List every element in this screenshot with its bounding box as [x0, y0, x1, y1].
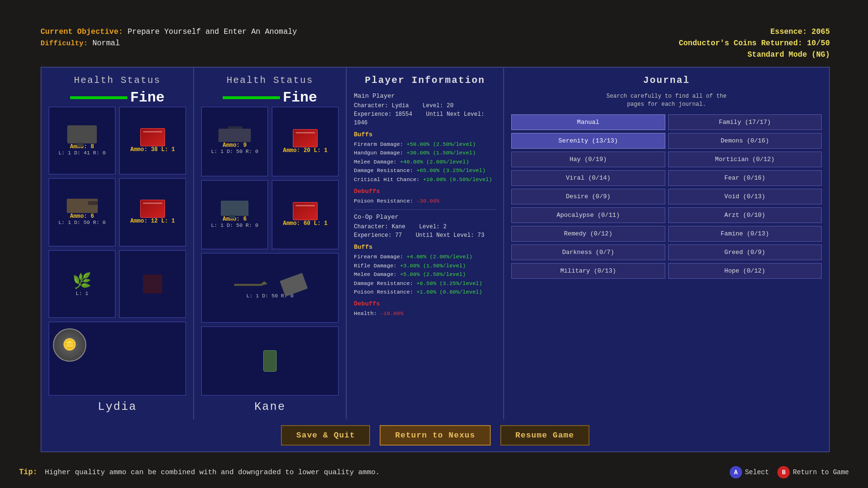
- lydia-panel: Health Status Fine Ammo: 8 L: 1 D: 41 R:…: [41, 68, 194, 420]
- kane-slot-rifle: Ammo: 9 L: 1 D: 50 R: 0: [201, 107, 268, 176]
- tip-area: Tip: Higher quality ammo can be combined…: [19, 468, 380, 477]
- journal-btn-famine[interactable]: Famine (0/13): [668, 226, 822, 242]
- journal-title: Journal: [511, 75, 822, 86]
- kane-items: Ammo: 9 L: 1 D: 50 R: 0 Ammo: 20 L: 1 Am…: [201, 107, 339, 396]
- co-debuffs-header: Debuffs: [354, 300, 496, 307]
- essence-value: 2065: [812, 28, 830, 36]
- journal-btn-void[interactable]: Void (0/13): [668, 189, 822, 204]
- lydia-slot-shotgun: Ammo: 6 L: 1 D: 50 R: 0: [49, 178, 115, 246]
- objective-label: Current Objective:: [41, 28, 123, 36]
- journal-btn-family[interactable]: Family (17/17): [668, 114, 822, 130]
- kane-ammo1-label: Ammo: 20 L: 1: [283, 147, 328, 154]
- player-info-panel: Player Information Main Player Character…: [347, 68, 504, 420]
- kane-slot-knife: L: 1 D: 50 R: 0: [201, 253, 339, 323]
- kane-health-status: Fine: [283, 90, 317, 106]
- lydia-health-bar: Fine: [70, 90, 165, 106]
- kane-ammo2-label: Ammo: 60 L: 1: [283, 220, 328, 227]
- journal-btn-military[interactable]: Military (0/13): [511, 263, 665, 279]
- kane-slot-smg: Ammo: 6 L: 1 D: 50 R: 0: [201, 180, 268, 250]
- lydia-slot-misc: [119, 250, 186, 318]
- kane-smg-stats: L: 1 D: 50 R: 0: [211, 223, 258, 228]
- lydia-pistol-stats: L: 1 D: 41 R: 0: [58, 150, 105, 156]
- main-panel: Health Status Fine Ammo: 8 L: 1 D: 41 R:…: [41, 67, 830, 421]
- co-player-header: Co-Op Player: [354, 214, 496, 221]
- lydia-shotgun-stats: L: 1 D: 50 R: 0: [58, 220, 105, 225]
- objective-text: Prepare Yourself and Enter An Anomaly: [127, 28, 297, 36]
- main-char-line: Character: Lydia Level: 20: [354, 102, 496, 110]
- lydia-ammo1-label: Ammo: 38 L: 1: [130, 146, 175, 153]
- tip-bar: Tip: Higher quality ammo can be combined…: [0, 466, 868, 478]
- journal-btn-apocalypse[interactable]: Apocalypse (0/11): [511, 207, 665, 223]
- kane-slot-tool: [201, 326, 339, 396]
- a-button-icon: A: [730, 466, 742, 478]
- journal-btn-desire[interactable]: Desire (0/9): [511, 189, 665, 204]
- kane-slot-ammo2: Ammo: 60 L: 1: [272, 180, 339, 250]
- journal-btn-arzt[interactable]: Arzt (0/10): [668, 207, 822, 223]
- select-control: A Select: [730, 466, 769, 478]
- journal-btn-darkness[interactable]: Darkness (0/7): [511, 244, 665, 260]
- journal-btn-viral[interactable]: Viral (0/14): [511, 170, 665, 186]
- tip-label: Tip:: [19, 468, 37, 477]
- save-quit-button[interactable]: Save & Quit: [281, 425, 370, 446]
- kane-health-bar: Fine: [223, 90, 317, 106]
- kane-slot-ammo1: Ammo: 20 L: 1: [272, 107, 339, 176]
- kane-health-title: Health Status: [227, 75, 313, 86]
- journal-btn-remedy[interactable]: Remedy (0/12): [511, 226, 665, 242]
- lydia-slot-coin: 🪙: [49, 322, 186, 396]
- back-label: Return to Game: [793, 468, 849, 476]
- lydia-slot-ammo1: Ammo: 38 L: 1: [119, 107, 186, 174]
- top-left-hud: Current Objective: Prepare Yourself and …: [41, 26, 297, 50]
- journal-btn-fear[interactable]: Fear (0/16): [668, 170, 822, 186]
- essence-label: Essence:: [770, 28, 807, 36]
- co-buffs-header: Buffs: [354, 244, 496, 251]
- main-buffs-header: Buffs: [354, 131, 496, 138]
- journal-btn-hope[interactable]: Hope (0/12): [668, 263, 822, 279]
- main-player-header: Main Player: [354, 92, 496, 100]
- mode-label: Standard Mode (NG): [747, 51, 830, 59]
- lydia-name: Lydia: [98, 400, 137, 413]
- kane-panel: Health Status Fine Ammo: 9 L: 1 D: 50 R:…: [194, 68, 347, 420]
- bottom-action-bar: Save & Quit Return to Nexus Resume Game: [41, 419, 830, 452]
- journal-description: Search carefully to find all of thepages…: [511, 92, 822, 109]
- b-button-icon: B: [777, 466, 790, 478]
- lydia-ammo2-label: Ammo: 12 L: 1: [130, 218, 175, 224]
- return-nexus-button[interactable]: Return to Nexus: [380, 425, 490, 446]
- select-label: Select: [745, 468, 769, 476]
- lydia-health-title: Health Status: [74, 75, 161, 86]
- back-control: B Return to Game: [777, 466, 849, 478]
- difficulty-value: Normal: [93, 39, 120, 48]
- player-info-title: Player Information: [354, 75, 496, 86]
- lydia-coin: 🪙: [53, 328, 86, 362]
- lydia-items: Ammo: 8 L: 1 D: 41 R: 0 Ammo: 38 L: 1 Am…: [49, 107, 186, 396]
- main-debuffs-list: Poison Resistance: -30.00%: [354, 197, 496, 205]
- lydia-slot-pistol: Ammo: 8 L: 1 D: 41 R: 0: [49, 107, 115, 174]
- main-buffs-list: Firearm Damage: +50.00% (2.50%/level) Ha…: [354, 140, 496, 184]
- coins-label: Conductor's Coins Returned:: [679, 39, 802, 48]
- coins-value: 10/50: [807, 39, 830, 48]
- controls-hint: A Select B Return to Game: [730, 466, 849, 478]
- journal-btn-greed[interactable]: Greed (0/9): [668, 244, 822, 260]
- main-debuffs-header: Debuffs: [354, 188, 496, 195]
- resume-button[interactable]: Resume Game: [500, 425, 589, 446]
- journal-entries-grid: Manual Family (17/17) Serenity (13/13) D…: [511, 114, 822, 279]
- journal-btn-serenity[interactable]: Serenity (13/13): [511, 133, 665, 149]
- co-exp-line: Experience: 77 Until Next Level: 73: [354, 231, 496, 240]
- lydia-slot-ammo2: Ammo: 12 L: 1: [119, 178, 186, 246]
- co-debuffs-list: Health: -10.00%: [354, 309, 496, 318]
- journal-btn-demons[interactable]: Demons (0/16): [668, 133, 822, 149]
- co-char-line: Character: Kane Level: 2: [354, 223, 496, 231]
- lydia-health-status: Fine: [130, 90, 165, 106]
- co-buffs-list: Firearm Damage: +4.00% (2.00%/level) Rif…: [354, 253, 496, 296]
- lydia-slot-knife: 🌿 L: 1: [49, 250, 115, 318]
- lydia-shotgun-ammo: Ammo: 6: [70, 213, 94, 220]
- tip-text: Higher quality ammo can be combined with…: [45, 468, 380, 477]
- journal-btn-mortician[interactable]: Mortician (0/12): [668, 152, 822, 167]
- journal-btn-hay[interactable]: Hay (0/19): [511, 152, 665, 167]
- journal-btn-manual[interactable]: Manual: [511, 114, 665, 130]
- main-exp-line: Experience: 18554 Until Next Level: 1046: [354, 110, 496, 127]
- kane-rifle-ammo: Ammo: 9: [223, 142, 247, 149]
- kane-rifle-stats: L: 1 D: 50 R: 0: [211, 149, 258, 154]
- kane-name: Kane: [254, 400, 286, 413]
- top-right-hud: Essence: 2065 Conductor's Coins Returned…: [679, 26, 830, 61]
- difficulty-label: Difficulty:: [41, 40, 88, 48]
